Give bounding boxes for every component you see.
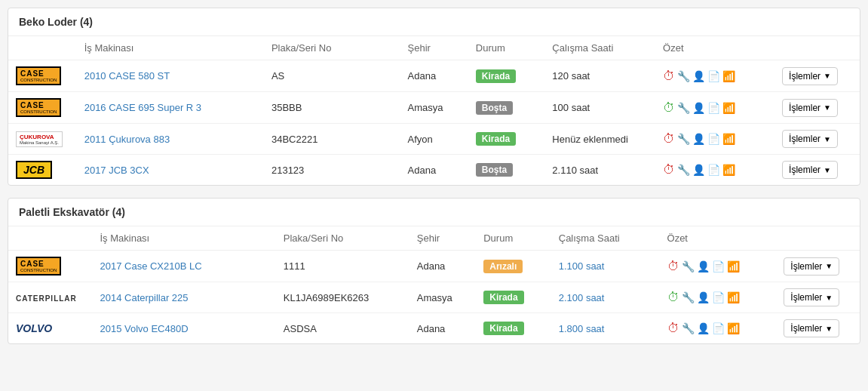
machine-link[interactable]: 2014 Caterpillar 225 bbox=[100, 292, 188, 303]
clock-icon: ⏱ bbox=[663, 163, 675, 177]
status-badge: Kirada bbox=[476, 282, 551, 313]
wifi-icon: 📶 bbox=[722, 133, 735, 145]
working-hours: 2.110 saat bbox=[544, 155, 655, 186]
machine-link[interactable]: 2016 CASE 695 Super R 3 bbox=[84, 102, 201, 113]
clock-icon: ⏱ bbox=[663, 132, 675, 146]
city: Amasya bbox=[409, 282, 476, 313]
section-title: Paletli Ekskavatör (4) bbox=[8, 199, 860, 226]
wifi-icon: 📶 bbox=[727, 322, 740, 334]
brand-logo: VOLVO bbox=[8, 313, 92, 344]
clock-icon: ⏱ bbox=[667, 260, 679, 273]
clock-icon: ⏱ bbox=[663, 69, 675, 83]
ozet-icons: ⏱🔧👤📄📶 bbox=[660, 251, 777, 282]
machine-name[interactable]: 2015 Volvo EC480D bbox=[92, 313, 275, 344]
col-durum-header: Durum bbox=[468, 36, 545, 60]
wrench-icon: 🔧 bbox=[682, 322, 695, 334]
col-i̇ş makinası-header: İş Makinası bbox=[92, 226, 275, 251]
table-row: JCB 2017 JCB 3CX213123AdanaBoşta2.110 sa… bbox=[8, 155, 860, 186]
city: Adana bbox=[400, 155, 468, 186]
islemler-button[interactable]: İşlemler ▼ bbox=[782, 67, 838, 85]
wrench-icon: 🔧 bbox=[677, 70, 690, 82]
clock-icon: ⏱ bbox=[663, 101, 675, 115]
dropdown-caret: ▼ bbox=[824, 166, 831, 174]
islemler-button[interactable]: İşlemler ▼ bbox=[782, 161, 838, 179]
wifi-icon: 📶 bbox=[722, 164, 735, 176]
actions-cell: İşlemler ▼ bbox=[774, 92, 860, 124]
actions-cell: İşlemler ▼ bbox=[776, 282, 860, 313]
dropdown-caret: ▼ bbox=[824, 103, 831, 112]
city: Afyon bbox=[400, 124, 468, 155]
machine-name[interactable]: 2010 CASE 580 ST bbox=[77, 60, 264, 92]
machine-name[interactable]: 2014 Caterpillar 225 bbox=[92, 282, 275, 313]
islemler-button[interactable]: İşlemler ▼ bbox=[782, 99, 838, 117]
city: Adana bbox=[400, 60, 468, 92]
ozet-icons: ⏱🔧👤📄📶 bbox=[655, 155, 774, 186]
person-icon: 👤 bbox=[692, 164, 705, 176]
col-brand-header bbox=[8, 226, 92, 251]
islemler-button[interactable]: İşlemler ▼ bbox=[784, 288, 839, 306]
machine-name[interactable]: 2017 Case CX210B LC bbox=[92, 251, 275, 282]
plate-number: 1111 bbox=[276, 251, 409, 282]
machine-name[interactable]: 2017 JCB 3CX bbox=[77, 155, 264, 186]
ozet-icons: ⏱🔧👤📄📶 bbox=[655, 124, 774, 155]
person-icon: 👤 bbox=[697, 291, 710, 303]
dropdown-caret: ▼ bbox=[825, 325, 833, 333]
document-icon: 📄 bbox=[712, 260, 725, 272]
wifi-icon: 📶 bbox=[727, 291, 740, 303]
status-badge: Boşta bbox=[468, 92, 545, 124]
col-actions-header bbox=[776, 226, 860, 251]
brand-logo: CASE CONSTRUCTION bbox=[8, 251, 92, 282]
table-row: ÇUKUROVA Makina Sanayi A.Ş. 2011 Çukurov… bbox=[8, 124, 860, 155]
dropdown-caret: ▼ bbox=[825, 294, 833, 302]
actions-cell: İşlemler ▼ bbox=[774, 60, 860, 92]
islemler-button[interactable]: İşlemler ▼ bbox=[784, 257, 839, 276]
ozet-icons: ⏱🔧👤📄📶 bbox=[655, 92, 774, 124]
section-paletli-ekskavatör: Paletli Ekskavatör (4)İş MakinasıPlaka/S… bbox=[8, 198, 860, 344]
clock-icon: ⏱ bbox=[667, 291, 679, 304]
person-icon: 👤 bbox=[697, 260, 710, 272]
plate-number: KL1JA6989EK6263 bbox=[276, 282, 409, 313]
islemler-button[interactable]: İşlemler ▼ bbox=[784, 319, 839, 337]
ozet-icons: ⏱🔧👤📄📶 bbox=[660, 282, 777, 313]
plate-number: 35BBB bbox=[264, 92, 400, 124]
machine-link[interactable]: 2011 Çukurova 883 bbox=[84, 134, 170, 145]
islemler-button[interactable]: İşlemler ▼ bbox=[782, 130, 838, 148]
dropdown-caret: ▼ bbox=[824, 135, 831, 143]
plate-number: 213123 bbox=[264, 155, 400, 186]
section-beko-loder: Beko Loder (4)İş MakinasıPlaka/Seri NoŞe… bbox=[8, 8, 860, 186]
machine-link[interactable]: 2017 Case CX210B LC bbox=[100, 260, 201, 272]
machine-link[interactable]: 2015 Volvo EC480D bbox=[100, 323, 188, 334]
wrench-icon: 🔧 bbox=[682, 291, 695, 303]
col-şehir-header: Şehir bbox=[409, 226, 476, 251]
document-icon: 📄 bbox=[712, 291, 725, 303]
machine-name[interactable]: 2016 CASE 695 Super R 3 bbox=[77, 92, 264, 124]
status-badge: Kirada bbox=[468, 60, 545, 92]
document-icon: 📄 bbox=[707, 102, 720, 114]
wifi-icon: 📶 bbox=[722, 102, 735, 114]
ozet-icons: ⏱🔧👤📄📶 bbox=[660, 313, 777, 344]
machine-link[interactable]: 2010 CASE 580 ST bbox=[84, 70, 170, 82]
table-row: CATERPILLAR2014 Caterpillar 225KL1JA6989… bbox=[8, 282, 860, 313]
machine-name[interactable]: 2011 Çukurova 883 bbox=[77, 124, 264, 155]
working-hours: 1.800 saat bbox=[551, 313, 660, 344]
plate-number: 34BC2221 bbox=[264, 124, 400, 155]
machine-link[interactable]: 2017 JCB 3CX bbox=[84, 165, 149, 176]
status-badge: Arızalı bbox=[476, 251, 551, 282]
col-özet-header: Özet bbox=[655, 36, 774, 60]
person-icon: 👤 bbox=[692, 70, 705, 82]
col-plaka-seri no-header: Plaka/Seri No bbox=[264, 36, 400, 60]
col-çalışma saati-header: Çalışma Saati bbox=[544, 36, 655, 60]
col-i̇ş makinası-header: İş Makinası bbox=[77, 36, 264, 60]
col-actions-header bbox=[774, 36, 860, 60]
person-icon: 👤 bbox=[692, 133, 705, 145]
actions-cell: İşlemler ▼ bbox=[774, 124, 860, 155]
wrench-icon: 🔧 bbox=[677, 133, 690, 145]
brand-logo: ÇUKUROVA Makina Sanayi A.Ş. bbox=[8, 124, 77, 155]
plate-number: AS bbox=[264, 60, 400, 92]
city: Amasya bbox=[400, 92, 468, 124]
clock-icon: ⏱ bbox=[667, 322, 679, 335]
document-icon: 📄 bbox=[707, 70, 720, 82]
table-row: VOLVO2015 Volvo EC480DASDSAAdanaKirada1.… bbox=[8, 313, 860, 344]
city: Adana bbox=[409, 313, 476, 344]
dropdown-caret: ▼ bbox=[825, 262, 833, 270]
